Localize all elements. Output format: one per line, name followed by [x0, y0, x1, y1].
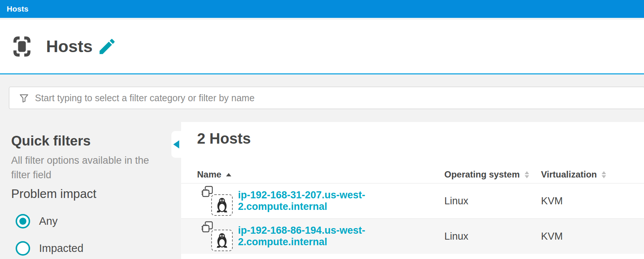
- filter-section-title: Problem impact: [11, 187, 96, 201]
- host-virtualization: KVM: [541, 231, 644, 242]
- column-label: Name: [197, 169, 221, 180]
- page-header: Hosts: [0, 18, 644, 74]
- host-os: Linux: [444, 231, 541, 242]
- column-label: Operating system: [444, 169, 520, 180]
- hosts-count-heading: 2 Hosts: [197, 130, 251, 147]
- host-table-header: Name Operating system Virtualization: [181, 166, 644, 183]
- chevron-left-icon: [173, 140, 179, 148]
- host-link[interactable]: ip-192-168-31-207.us-west-2.compute.inte…: [238, 189, 369, 212]
- collapse-sidebar-button[interactable]: [171, 131, 181, 158]
- sort-ascending-icon: [226, 173, 231, 176]
- linux-virtual-host-icon: [201, 185, 234, 217]
- host-name-cell: ip-192-168-86-194.us-west-2.compute.inte…: [197, 221, 444, 252]
- column-header-virtualization[interactable]: Virtualization: [541, 169, 644, 180]
- column-header-name[interactable]: Name: [197, 169, 444, 180]
- host-virtualization: KVM: [541, 195, 644, 207]
- tux-penguin-icon: [216, 197, 228, 213]
- table-row: ip-192-168-31-207.us-west-2.compute.inte…: [181, 183, 644, 218]
- top-nav-title: Hosts: [7, 4, 28, 13]
- host-table-body: ip-192-168-31-207.us-west-2.compute.inte…: [181, 183, 644, 254]
- host-name-cell: ip-192-168-31-207.us-west-2.compute.inte…: [197, 185, 444, 217]
- host-box: [211, 230, 233, 251]
- radio-option-any[interactable]: Any: [16, 214, 58, 228]
- radio-label: Any: [39, 215, 58, 227]
- radio-button[interactable]: [16, 241, 30, 256]
- top-nav-bar: Hosts: [0, 0, 644, 18]
- column-header-os[interactable]: Operating system: [444, 169, 541, 180]
- host-link[interactable]: ip-192-168-86-194.us-west-2.compute.inte…: [238, 225, 369, 248]
- radio-button[interactable]: [16, 214, 30, 228]
- radio-label: Impacted: [39, 242, 83, 255]
- host-os: Linux: [444, 195, 541, 207]
- linux-virtual-host-icon: [201, 221, 234, 252]
- pencil-icon[interactable]: [97, 36, 117, 57]
- sort-toggle-icon: [525, 171, 529, 178]
- radio-option-impacted[interactable]: Impacted: [16, 241, 83, 256]
- table-row: ip-192-168-86-194.us-west-2.compute.inte…: [181, 218, 644, 254]
- hosts-list-panel: 2 Hosts Name Operating system Virtualiza…: [181, 122, 644, 259]
- hosts-icon: [13, 36, 30, 57]
- column-label: Virtualization: [541, 169, 597, 180]
- quick-filters-subtitle: All filter options available in the filt…: [11, 153, 149, 182]
- host-box: [211, 194, 233, 216]
- quick-filters-title: Quick filters: [11, 133, 91, 149]
- sort-toggle-icon: [602, 171, 606, 178]
- page-title: Hosts: [46, 37, 93, 56]
- quick-filters-sidebar: Quick filters All filter options availab…: [0, 74, 181, 259]
- tux-penguin-icon: [216, 233, 228, 248]
